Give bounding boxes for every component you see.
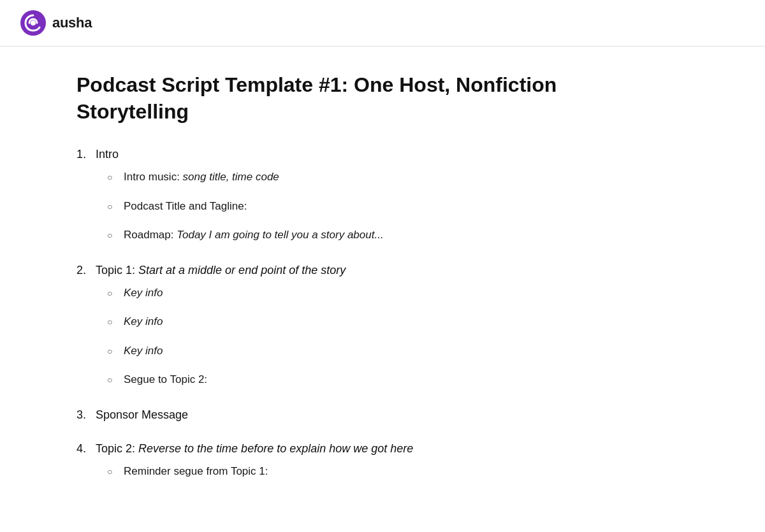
- list-item-2-italic: Start at a middle or end point of the st…: [138, 264, 346, 277]
- sub-list-1: Intro music: song title, time code Podca…: [107, 169, 625, 243]
- list-item-1: Intro Intro music: song title, time code…: [76, 148, 625, 243]
- sub-item-2-4: Segue to Topic 2:: [107, 371, 625, 388]
- sub-item-2-1-text: Key info: [124, 285, 163, 301]
- app-header: ausha: [0, 0, 765, 47]
- sub-item-1-3-italic: Today I am going to tell you a story abo…: [177, 229, 383, 241]
- sub-item-1-1: Intro music: song title, time code: [107, 169, 625, 185]
- ausha-logo-icon: [20, 10, 46, 36]
- list-item-1-label: Intro: [76, 148, 625, 161]
- sub-item-1-2: Podcast Title and Tagline:: [107, 198, 625, 215]
- sub-item-2-4-text: Segue to Topic 2:: [124, 371, 207, 388]
- main-content: Podcast Script Template #1: One Host, No…: [0, 47, 701, 532]
- main-list: Intro Intro music: song title, time code…: [76, 148, 625, 479]
- list-item-3-label: Sponsor Message: [76, 408, 625, 422]
- sub-list-4: Reminder segue from Topic 1:: [107, 463, 625, 480]
- list-item-4-text: Topic 2: Reverse to the time before to e…: [96, 442, 413, 456]
- page-title: Podcast Script Template #1: One Host, No…: [76, 72, 625, 125]
- sub-item-2-3: Key info: [107, 343, 625, 359]
- sub-item-2-2: Key info: [107, 313, 625, 330]
- sub-item-4-1-text: Reminder segue from Topic 1:: [124, 463, 268, 480]
- sub-list-2: Key info Key info Key info Segue to Topi…: [107, 285, 625, 388]
- list-item-4: Topic 2: Reverse to the time before to e…: [76, 442, 625, 480]
- list-item-1-text: Intro: [96, 148, 119, 161]
- sub-item-1-3-text: Roadmap: Today I am going to tell you a …: [124, 227, 384, 243]
- sub-item-1-1-italic: song title, time code: [183, 171, 279, 183]
- list-item-2: Topic 1: Start at a middle or end point …: [76, 264, 625, 388]
- sub-item-4-1: Reminder segue from Topic 1:: [107, 463, 625, 480]
- sub-item-1-3: Roadmap: Today I am going to tell you a …: [107, 227, 625, 243]
- list-item-4-label: Topic 2: Reverse to the time before to e…: [76, 442, 625, 456]
- sub-item-2-3-text: Key info: [124, 343, 163, 359]
- sub-item-1-2-text: Podcast Title and Tagline:: [124, 198, 247, 215]
- list-item-2-text: Topic 1: Start at a middle or end point …: [96, 264, 346, 277]
- list-item-3: Sponsor Message: [76, 408, 625, 422]
- logo-text: ausha: [52, 15, 92, 31]
- sub-item-1-1-text: Intro music: song title, time code: [124, 169, 279, 185]
- list-item-2-label: Topic 1: Start at a middle or end point …: [76, 264, 625, 277]
- svg-point-1: [31, 20, 36, 25]
- list-item-4-italic: Reverse to the time before to explain ho…: [138, 442, 413, 455]
- logo-container: ausha: [20, 10, 92, 36]
- list-item-3-text: Sponsor Message: [96, 408, 188, 422]
- sub-item-2-1: Key info: [107, 285, 625, 301]
- sub-item-2-2-text: Key info: [124, 313, 163, 330]
